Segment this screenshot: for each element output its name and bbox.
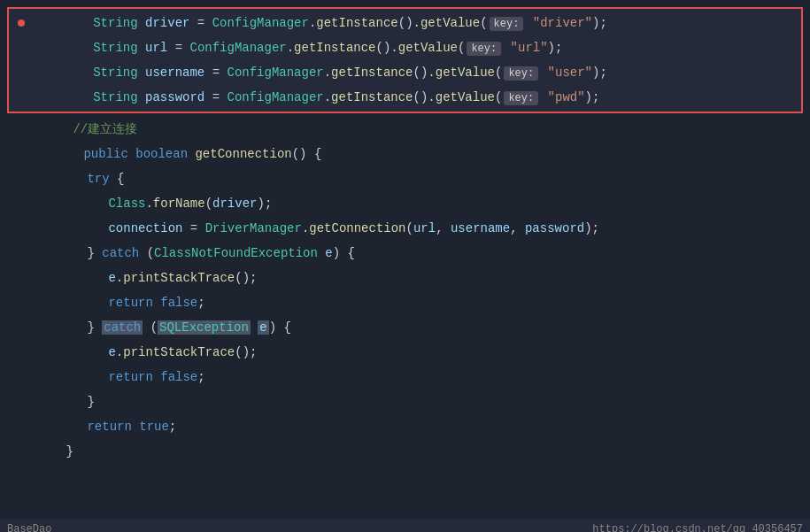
type-string-4: String — [93, 90, 137, 104]
code-line-close-method: } — [0, 439, 810, 464]
bottom-status-bar: BaseDao https://blog.csdn.net/qq_4035645… — [0, 520, 810, 532]
key-badge-4: key: — [504, 91, 538, 105]
var-password: password — [145, 90, 204, 104]
breakpoint-dot — [18, 19, 25, 27]
status-right: https://blog.csdn.net/qq_40356457 — [592, 523, 803, 532]
status-left: BaseDao — [7, 523, 51, 532]
code-line-4: String password = ConfigManager.getInsta… — [12, 85, 798, 110]
method-getvalue-4: getValue — [436, 90, 495, 104]
gutter-3 — [12, 60, 30, 85]
method-getinstance-4: getInstance — [331, 90, 413, 104]
gutter-method — [18, 142, 35, 166]
class-configmanager-4: ConfigManager — [227, 90, 323, 104]
gutter-2 — [12, 35, 30, 60]
string-pwd: "pwd" — [548, 90, 585, 104]
code-line-text-close-method: } — [18, 430, 810, 473]
code-editor: String driver = ConfigManager.getInstanc… — [0, 7, 810, 532]
gutter-4 — [12, 85, 30, 110]
gutter-1 — [12, 11, 30, 35]
highlighted-code-block: String driver = ConfigManager.getInstanc… — [7, 7, 803, 113]
